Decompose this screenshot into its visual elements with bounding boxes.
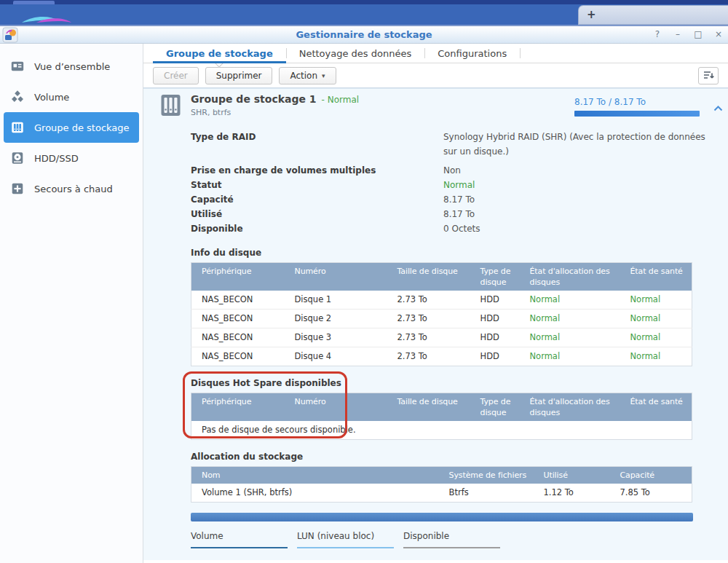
sidebar-item-volume[interactable]: Volume	[4, 82, 139, 112]
sidebar-item-label: Secours à chaud	[34, 184, 113, 194]
table-cell: Disque 1	[285, 291, 387, 310]
column-header: État de santé	[620, 393, 692, 422]
table-cell: Normal	[520, 328, 620, 347]
sidebar-item-label: Vue d’ensemble	[34, 61, 110, 72]
sidebar-item-storage-pool[interactable]: Groupe de stockage	[4, 112, 139, 143]
column-header: Numéro	[285, 263, 387, 291]
table-cell: NAS_BECON	[191, 328, 285, 347]
table-cell: Volume 1 (SHR, btrfs)	[191, 484, 439, 503]
browser-tab[interactable]: +	[578, 5, 728, 25]
hdd-icon	[10, 151, 25, 165]
create-button[interactable]: Créer	[153, 67, 199, 84]
volume-cubes-icon	[10, 90, 25, 104]
tab-storage-pool[interactable]: Groupe de stockage	[153, 44, 286, 63]
toolbar: Créer Supprimer Action ▾	[143, 63, 728, 88]
hot-spare-table: PériphériqueNuméroTaille de disqueType d…	[191, 393, 692, 440]
table-row: Volume 1 (SHR, btrfs)Btrfs1.12 To7.85 To	[191, 484, 692, 503]
action-button-label: Action	[290, 71, 317, 81]
table-cell: 2.73 To	[387, 310, 470, 328]
table-cell: Normal	[620, 310, 692, 328]
table-cell: 2.73 To	[387, 291, 470, 310]
detail-label: Capacité	[191, 192, 443, 207]
usage-legend: Volume 8.2To LUN (niveau bloc) 0Octets D…	[191, 531, 693, 560]
tab-configurations[interactable]: Configurations	[424, 44, 520, 63]
table-cell: Normal	[620, 291, 692, 310]
table-cell: HDD	[470, 347, 520, 366]
disk-info-section-title: Info du disque	[191, 248, 693, 258]
maximize-button[interactable]: □	[693, 29, 703, 39]
usage-number: 0	[403, 557, 413, 560]
new-tab-icon[interactable]: +	[587, 9, 596, 20]
table-cell: Normal	[520, 347, 620, 366]
sidebar-item-hot-spare[interactable]: Secours à chaud	[4, 173, 139, 204]
detail-value: 0 Octets	[443, 221, 707, 236]
detail-row: Disponible 0 Octets	[191, 221, 709, 236]
hot-spare-section-title: Disques Hot Spare disponibles	[191, 378, 693, 388]
pool-status-badge: - Normal	[322, 95, 360, 105]
tab-strip: Groupe de stockage Nettoyage des données…	[143, 44, 728, 63]
table-cell: Btrfs	[439, 484, 534, 503]
table-cell: Normal	[520, 310, 620, 328]
table-cell: NAS_BECON	[191, 291, 285, 310]
pool-subtitle: SHR, btrfs	[191, 108, 359, 117]
pool-title-block: Groupe de stockage 1 - Normal SHR, btrfs	[191, 93, 359, 117]
detail-value: 8.17 To	[443, 192, 707, 207]
table-cell: Normal	[620, 347, 692, 366]
detail-label: Statut	[191, 178, 443, 192]
action-dropdown-button[interactable]: Action ▾	[279, 67, 336, 84]
sort-icon	[703, 71, 714, 80]
table-empty-row: Pas de disque de secours disponible.	[191, 421, 692, 440]
minimize-button[interactable]: –	[673, 29, 683, 39]
sidebar-item-hdd-ssd[interactable]: HDD/SSD	[4, 143, 139, 173]
capacity-progress-track	[574, 111, 700, 117]
column-header: Utilisé	[534, 467, 610, 484]
pool-capacity: 8.17 To / 8.17 To	[574, 97, 700, 117]
window-titlebar: Gestionnaire de stockage ? – □ ×	[0, 26, 728, 44]
usage-item-available: Disponible 0Octets	[403, 531, 500, 560]
table-cell: 2.73 To	[387, 328, 470, 347]
sidebar: Vue d’ensemble Volume Groupe de stockage…	[0, 44, 143, 563]
table-cell: 7.85 To	[610, 484, 692, 503]
table-cell: Disque 4	[285, 347, 387, 366]
hot-spare-section: Disques Hot Spare disponibles Périphériq…	[191, 378, 693, 440]
column-header: Périphérique	[191, 263, 285, 291]
detail-row: Utilisé 8.17 To	[191, 207, 709, 221]
usage-bar	[191, 513, 693, 521]
collapse-chevron-icon[interactable]	[713, 106, 723, 111]
delete-button[interactable]: Supprimer	[205, 67, 273, 84]
column-header: État de santé	[620, 263, 692, 291]
sidebar-item-label: HDD/SSD	[34, 153, 79, 164]
usage-item-volume: Volume 8.2To	[191, 531, 288, 560]
overview-icon	[10, 59, 25, 74]
table-cell: HDD	[470, 291, 520, 310]
table-row: NAS_BECONDisque 42.73 ToHDDNormalNormal	[191, 347, 692, 366]
detail-label: Disponible	[191, 221, 443, 236]
table-cell: Disque 3	[285, 328, 387, 347]
tab-label: Nettoyage des données	[299, 48, 412, 59]
tab-data-scrubbing[interactable]: Nettoyage des données	[286, 44, 425, 63]
tab-label: Configurations	[438, 48, 507, 59]
usage-label: Disponible	[403, 531, 500, 548]
table-cell: Disque 2	[285, 310, 387, 328]
column-header: Type de disque	[470, 393, 520, 422]
detail-row: Statut Normal	[191, 178, 709, 192]
usage-label: Volume	[191, 531, 288, 548]
sidebar-item-overview[interactable]: Vue d’ensemble	[4, 51, 139, 82]
column-header: État d'allocation des disques	[520, 263, 620, 291]
table-row: NAS_BECONDisque 22.73 ToHDDNormalNormal	[191, 310, 692, 328]
allocation-section-title: Allocation du stockage	[191, 452, 693, 462]
table-cell: 1.12 To	[534, 484, 610, 503]
column-header: État d'allocation des disques	[520, 393, 620, 422]
window-controls: ? – □ ×	[652, 29, 724, 39]
sort-button[interactable]	[698, 67, 719, 84]
tab-separator	[520, 44, 521, 63]
table-header-row: PériphériqueNuméroTaille de disqueType d…	[191, 393, 692, 422]
help-button[interactable]: ?	[652, 29, 662, 39]
allocation-section: Allocation du stockage NomSystème de fic…	[191, 452, 693, 503]
create-button-label: Créer	[164, 71, 188, 81]
usage-number: 8.2	[191, 557, 214, 560]
detail-value-status: Normal	[443, 178, 707, 192]
close-button[interactable]: ×	[713, 29, 724, 39]
pool-header[interactable]: Groupe de stockage 1 - Normal SHR, btrfs…	[143, 93, 728, 124]
detail-label: Prise en charge de volumes multiples	[191, 163, 443, 178]
